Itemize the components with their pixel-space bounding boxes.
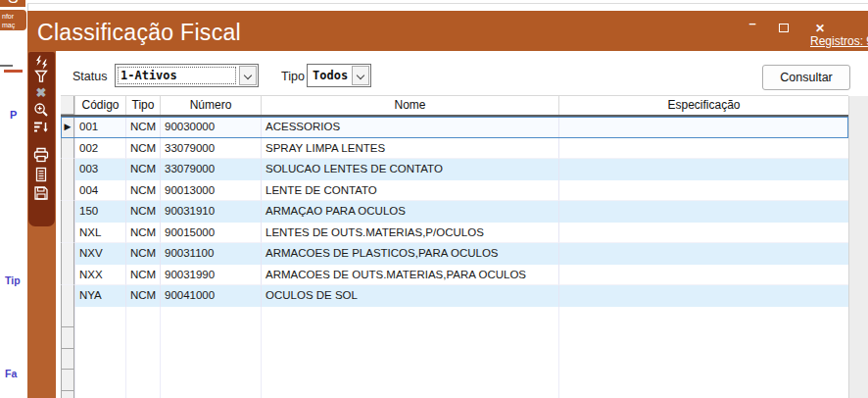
row-selector[interactable] bbox=[61, 180, 74, 202]
cell-nome[interactable]: ARMACOES DE OUTS.MATERIAS,PARA OCULOS bbox=[261, 265, 558, 286]
row-selector[interactable] bbox=[61, 307, 74, 328]
row-selector[interactable] bbox=[61, 349, 74, 371]
report-icon[interactable] bbox=[33, 167, 49, 182]
column-header-nome[interactable]: Nome bbox=[261, 96, 558, 115]
cell-numero[interactable]: 90031100 bbox=[160, 243, 261, 265]
row-selector[interactable] bbox=[61, 201, 74, 223]
table-header: Código Tipo Número Nome Especificação bbox=[61, 95, 848, 117]
cell-nome[interactable]: SOLUCAO LENTES DE CONTATO bbox=[261, 159, 558, 180]
cell-especificacao[interactable] bbox=[558, 201, 848, 223]
empty-row bbox=[61, 391, 848, 398]
tipo-value: Todos bbox=[308, 65, 351, 86]
cell-codigo[interactable]: 001 bbox=[74, 117, 125, 138]
table-row[interactable]: 150 NCM 90031910 ARMAÇAO PARA OCULOS bbox=[61, 201, 848, 223]
cell-tipo[interactable]: NCM bbox=[125, 265, 160, 286]
table-row[interactable]: ► 001 NCM 90030000 ACESSORIOS bbox=[61, 117, 848, 138]
cell-especificacao[interactable] bbox=[558, 243, 848, 265]
cell-especificacao[interactable] bbox=[558, 223, 848, 244]
cell-codigo[interactable]: 002 bbox=[74, 138, 125, 160]
row-selector[interactable] bbox=[61, 391, 74, 398]
cell-nome[interactable]: OCULOS DE SOL bbox=[261, 285, 558, 307]
close-button[interactable]: ✕ bbox=[812, 22, 828, 35]
column-header-codigo[interactable]: Código bbox=[74, 96, 125, 115]
table-row[interactable]: 002 NCM 33079000 SPRAY LIMPA LENTES bbox=[61, 138, 848, 160]
cell-numero[interactable]: 90041000 bbox=[160, 285, 261, 307]
zoom-in-icon[interactable] bbox=[33, 102, 49, 118]
row-selector[interactable] bbox=[61, 265, 74, 286]
cell-codigo[interactable]: NXV bbox=[74, 243, 125, 265]
table-row[interactable]: NYA NCM 90041000 OCULOS DE SOL bbox=[61, 285, 848, 307]
cell-especificacao[interactable] bbox=[558, 265, 848, 286]
cell-numero[interactable]: 90030000 bbox=[160, 117, 261, 138]
cell-codigo[interactable]: 003 bbox=[74, 159, 125, 180]
filter-icon[interactable] bbox=[33, 69, 49, 84]
save-icon[interactable] bbox=[33, 185, 49, 201]
screen: S nfor maç P Tip Fa Classificação Fiscal… bbox=[0, 0, 868, 398]
cell-nome[interactable]: ARMACOES DE PLASTICOS,PARA OCULOS bbox=[261, 243, 558, 265]
column-header-tipo[interactable]: Tipo bbox=[125, 96, 160, 115]
cell-tipo[interactable]: NCM bbox=[125, 285, 160, 307]
status-value: 1-Ativos bbox=[116, 65, 238, 86]
cell-numero[interactable]: 90031990 bbox=[160, 265, 261, 286]
table-row[interactable]: NXL NCM 90015000 LENTES DE OUTS.MATERIAS… bbox=[61, 223, 848, 244]
row-selector[interactable] bbox=[61, 223, 74, 244]
maximize-button[interactable] bbox=[779, 24, 789, 32]
row-selector[interactable] bbox=[61, 370, 74, 391]
row-selector[interactable] bbox=[61, 327, 74, 349]
cell-especificacao[interactable] bbox=[558, 117, 848, 138]
column-header-especificacao[interactable]: Especificação bbox=[558, 96, 848, 115]
row-selector[interactable]: ► bbox=[61, 117, 74, 138]
cell-codigo[interactable]: 004 bbox=[74, 180, 125, 202]
cell-tipo[interactable]: NCM bbox=[125, 223, 160, 244]
chevron-down-icon[interactable] bbox=[239, 66, 257, 85]
table-row[interactable]: 004 NCM 90013000 LENTE DE CONTATO bbox=[61, 180, 848, 202]
status-dropdown[interactable]: 1-Ativos bbox=[115, 64, 259, 87]
cell-especificacao[interactable] bbox=[558, 285, 848, 307]
cell-especificacao[interactable] bbox=[558, 138, 848, 160]
cell-nome[interactable]: SPRAY LIMPA LENTES bbox=[261, 138, 558, 160]
tipo-dropdown[interactable]: Todos bbox=[307, 64, 371, 87]
chevron-down-icon[interactable] bbox=[352, 66, 369, 85]
background-app-logo: S bbox=[0, 0, 25, 7]
cell-nome[interactable]: LENTES DE OUTS.MATERIAS,P/OCULOS bbox=[261, 223, 558, 244]
cell-especificacao[interactable] bbox=[558, 159, 848, 180]
cell-numero[interactable]: 90031910 bbox=[160, 201, 261, 223]
cell-especificacao[interactable] bbox=[558, 180, 848, 202]
cell-nome[interactable]: ACESSORIOS bbox=[261, 117, 558, 138]
cell-numero[interactable]: 33079000 bbox=[160, 159, 261, 180]
column-header-numero[interactable]: Número bbox=[160, 96, 261, 115]
background-label-tip: Tip bbox=[5, 274, 21, 286]
clear-filter-icon[interactable]: ✖ bbox=[33, 85, 49, 101]
sort-icon[interactable] bbox=[33, 120, 49, 135]
cell-tipo[interactable]: NCM bbox=[125, 138, 160, 160]
cell-tipo[interactable]: NCM bbox=[125, 180, 160, 202]
cell-tipo[interactable]: NCM bbox=[125, 159, 160, 180]
cell-nome[interactable]: ARMAÇAO PARA OCULOS bbox=[261, 201, 558, 223]
vertical-scrollbar[interactable] bbox=[848, 96, 868, 398]
titlebar: Classificação Fiscal – ✕ Registros: 9 bbox=[27, 11, 868, 51]
cell-nome[interactable]: LENTE DE CONTATO bbox=[261, 180, 558, 202]
cell-codigo[interactable]: NXL bbox=[74, 223, 125, 244]
cell-numero[interactable]: 90013000 bbox=[160, 180, 261, 202]
row-selector[interactable] bbox=[61, 159, 74, 180]
cell-tipo[interactable]: NCM bbox=[125, 201, 160, 223]
row-selector[interactable] bbox=[61, 138, 74, 160]
fiscal-table: Código Tipo Número Nome Especificação ► … bbox=[61, 95, 848, 398]
cell-codigo[interactable]: NXX bbox=[74, 265, 125, 286]
cell-tipo[interactable]: NCM bbox=[125, 117, 160, 138]
table-row[interactable]: NXX NCM 90031990 ARMACOES DE OUTS.MATERI… bbox=[61, 265, 848, 286]
row-selector[interactable] bbox=[61, 285, 74, 307]
cell-numero[interactable]: 90015000 bbox=[160, 223, 261, 244]
cell-tipo[interactable]: NCM bbox=[125, 243, 160, 265]
row-selector[interactable] bbox=[61, 243, 74, 265]
cell-codigo[interactable]: 150 bbox=[74, 201, 125, 223]
table-row[interactable]: 003 NCM 33079000 SOLUCAO LENTES DE CONTA… bbox=[61, 159, 848, 180]
registros-link[interactable]: Registros: 9 bbox=[810, 34, 868, 48]
print-icon[interactable] bbox=[33, 147, 49, 163]
background-accent-line bbox=[4, 70, 23, 73]
consultar-button[interactable]: Consultar bbox=[762, 65, 850, 90]
cell-codigo[interactable]: NYA bbox=[74, 285, 125, 307]
minimize-button[interactable]: – bbox=[745, 16, 760, 30]
cell-numero[interactable]: 33079000 bbox=[160, 138, 261, 160]
table-row[interactable]: NXV NCM 90031100 ARMACOES DE PLASTICOS,P… bbox=[61, 243, 848, 265]
